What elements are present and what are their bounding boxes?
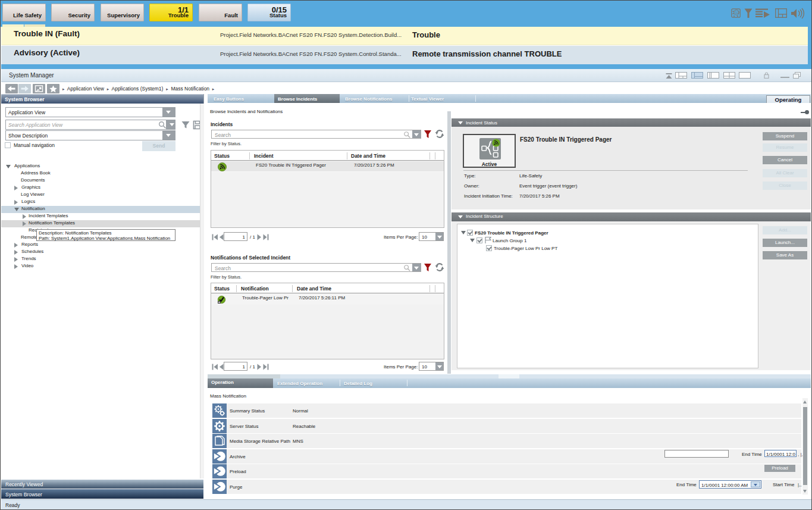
svg-text:12: 12 <box>735 11 739 14</box>
